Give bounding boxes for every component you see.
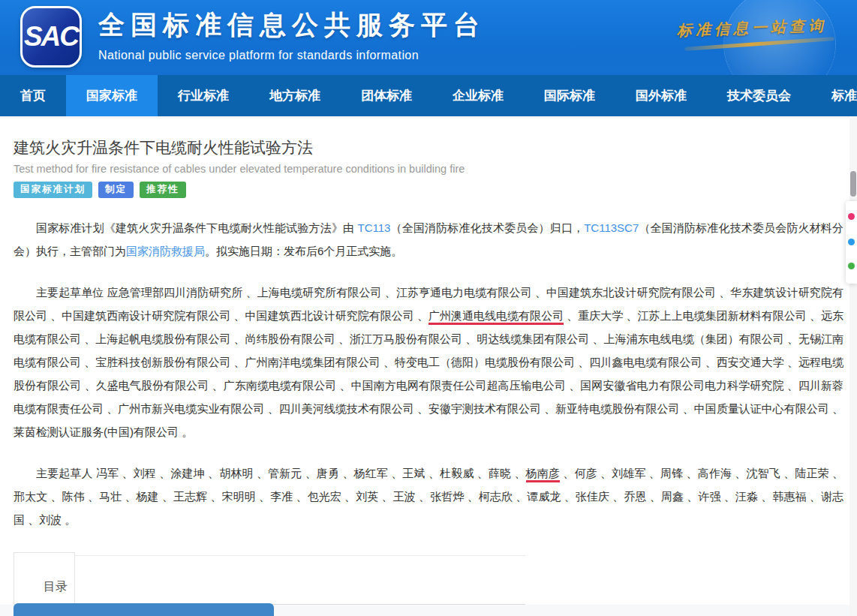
floating-side-widget	[846, 201, 857, 284]
catalog-section: 目录	[14, 552, 525, 605]
widget-icon-blue[interactable]	[848, 239, 855, 245]
nav-item-national-standards[interactable]: 国家标准	[66, 75, 158, 116]
nav-item-local-standards[interactable]: 地方标准	[249, 75, 341, 116]
site-header: SAC 全国标准信息公共服务平台 National public service…	[0, 0, 857, 75]
nav-item-industry-standards[interactable]: 行业标准	[158, 75, 249, 116]
tag-row: 国家标准计划 制定 推荐性	[14, 182, 843, 198]
badge-formulation: 制定	[98, 182, 134, 198]
fire-rescue-bureau-link[interactable]: 国家消防救援局	[126, 245, 205, 257]
badge-national-standard-plan: 国家标准计划	[14, 182, 92, 198]
header-titles: 全国标准信息公共服务平台 National public service pla…	[98, 8, 486, 62]
widget-icon-pink[interactable]	[848, 213, 855, 220]
tc113sc7-link[interactable]: TC113SC7	[584, 221, 639, 234]
nav-item-enterprise-standards[interactable]: 企业标准	[432, 75, 524, 116]
widget-icon-green[interactable]	[848, 263, 855, 269]
tc113-link[interactable]: TC113	[358, 221, 391, 234]
drafting-units-label: 主要起草单位	[36, 286, 104, 299]
highlighted-drafter: 杨南彦	[526, 467, 560, 482]
main-nav: 首页 国家标准 行业标准 地方标准 团体标准 企业标准 国际标准 国外标准 技术…	[0, 75, 857, 116]
page-title: 建筑火灾升温条件下电缆耐火性能试验方法	[14, 137, 843, 158]
nav-item-group-standards[interactable]: 团体标准	[341, 75, 432, 116]
nav-item-technical-committees[interactable]: 技术委员会	[707, 75, 811, 116]
drafters-label: 主要起草人	[36, 467, 93, 479]
nav-item-international-standards[interactable]: 国际标准	[524, 75, 615, 116]
sac-logo[interactable]: SAC	[20, 6, 82, 68]
scrollbar-thumb[interactable]	[850, 171, 856, 197]
nav-item-home[interactable]: 首页	[0, 75, 66, 116]
main-content: 建筑火灾升温条件下电缆耐火性能试验方法 Test method for fire…	[0, 137, 857, 616]
catalog-top-border	[75, 555, 525, 556]
tab-catalog[interactable]: 目录	[14, 552, 75, 605]
summary-paragraph: 国家标准计划《建筑火灾升温条件下电缆耐火性能试验方法》由 TC113（全国消防标…	[14, 216, 843, 263]
site-subtitle: National public service platform for sta…	[98, 49, 486, 62]
nav-item-standardization-talent[interactable]: 标准化人才	[811, 75, 857, 116]
highlighted-unit: 广州澳通电线电缆有限公司	[428, 309, 564, 325]
page-title-english: Test method for fire resistance of cable…	[14, 163, 843, 175]
nav-item-foreign-standards[interactable]: 国外标准	[615, 75, 707, 116]
sac-logo-text: SAC	[24, 21, 78, 53]
badge-recommended: 推荐性	[140, 182, 186, 198]
site-title: 全国标准信息公共服务平台	[98, 8, 486, 43]
drafting-units-paragraph: 主要起草单位 应急管理部四川消防研究所 、上海电缆研究所有限公司 、江苏亨通电力…	[14, 281, 843, 443]
drafters-paragraph: 主要起草人 冯军 、刘程 、涂建坤 、胡林明 、管新元 、唐勇 、杨红军 、王斌…	[14, 461, 843, 531]
nav-bottom-strip	[0, 116, 857, 119]
summary-text: 国家标准计划《建筑火灾升温条件下电缆耐火性能试验方法》由	[36, 221, 358, 234]
bottom-panel-button[interactable]	[14, 603, 274, 616]
